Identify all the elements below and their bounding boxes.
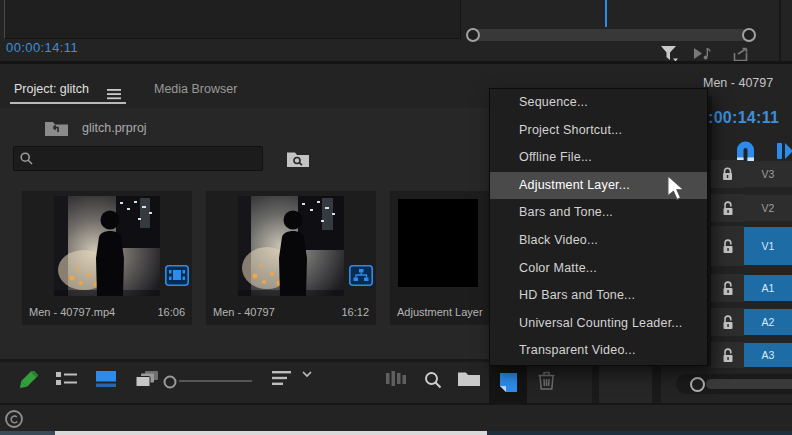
- lock-open-icon[interactable]: [711, 194, 744, 222]
- track-row-v1: V1: [711, 226, 792, 266]
- menu-item-project-shortcut[interactable]: Project Shortcut...: [490, 117, 707, 145]
- freeform-view-icon[interactable]: [136, 371, 160, 388]
- adjustment-layer-thumbnail: [398, 199, 478, 287]
- search-icon: [20, 152, 33, 165]
- bottom-scrollbar-right: [487, 431, 792, 435]
- menu-item-universal-counting-leader[interactable]: Universal Counting Leader...: [490, 310, 707, 338]
- timeline-tab[interactable]: Men - 40797: [703, 76, 773, 90]
- sequence-badge-icon: [349, 265, 373, 290]
- menu-item-hd-bars-and-tone[interactable]: HD Bars and Tone...: [490, 282, 707, 310]
- project-writable-icon[interactable]: [16, 371, 38, 392]
- monitor-timecode[interactable]: 00:00:14:11: [6, 40, 78, 55]
- clip-thumbnail: [54, 196, 160, 296]
- menu-item-black-video[interactable]: Black Video...: [490, 227, 707, 255]
- playhead-line[interactable]: [605, 0, 607, 27]
- project-item-sequence[interactable]: Men - 4079716:12: [206, 191, 376, 325]
- effect-controls-empty-area: [4, 0, 461, 39]
- track-target-a3[interactable]: A3: [744, 343, 792, 367]
- new-item-menu: Sequence... Project Shortcut... Offline …: [489, 88, 708, 366]
- search-input[interactable]: [39, 151, 256, 167]
- search-box[interactable]: [13, 146, 263, 171]
- bottom-scrollbar-thumb[interactable]: [55, 431, 487, 435]
- list-view-icon[interactable]: [56, 371, 77, 387]
- zoom-scrollbar-track[interactable]: [472, 29, 748, 41]
- item-name: Men - 40797.mp4: [29, 306, 115, 318]
- horizontal-panel-divider: [0, 61, 792, 64]
- zoom-slider-knob[interactable]: [163, 375, 177, 393]
- breadcrumb[interactable]: glitch.prproj: [82, 121, 147, 135]
- find-bin-icon[interactable]: [283, 147, 313, 170]
- track-target-v3[interactable]: V3: [744, 161, 792, 187]
- menu-item-color-matte[interactable]: Color Matte...: [490, 255, 707, 283]
- track-row-a2: A2: [711, 308, 792, 336]
- chevron-down-icon[interactable]: [302, 371, 312, 378]
- new-item-button[interactable]: [489, 362, 527, 403]
- sequence-thumbnail: [238, 196, 344, 296]
- find-icon[interactable]: [424, 371, 442, 389]
- tab-project[interactable]: Project: glitch: [14, 82, 89, 96]
- mouse-cursor: [666, 175, 690, 205]
- clip-badge-icon: [165, 265, 189, 290]
- lock-open-icon[interactable]: [711, 342, 744, 368]
- lock-open-icon[interactable]: [711, 226, 744, 266]
- lock-closed-icon[interactable]: [711, 160, 744, 188]
- bottom-scrollbar-left: [0, 431, 55, 435]
- item-name: Men - 40797: [213, 306, 275, 318]
- panel-divider: [779, 0, 781, 61]
- new-bin-icon[interactable]: [458, 371, 480, 386]
- lock-open-icon[interactable]: [711, 308, 744, 336]
- active-tab-underline: [10, 102, 126, 104]
- item-duration: 16:06: [157, 306, 185, 318]
- track-target-a1[interactable]: A1: [744, 275, 792, 301]
- project-item-clip[interactable]: Men - 40797.mp416:06: [22, 191, 192, 325]
- menu-item-transparent-video[interactable]: Transparent Video...: [490, 337, 707, 365]
- timeline-hscrollbar-handle[interactable]: [690, 377, 705, 392]
- zoom-scrollbar-left-handle[interactable]: [466, 28, 480, 42]
- timeline-hscrollbar-bar[interactable]: [706, 379, 792, 389]
- menu-item-sequence[interactable]: Sequence...: [490, 89, 707, 117]
- track-row-v3: V3: [711, 160, 792, 188]
- timeline-bottom-left-area: [599, 366, 652, 403]
- track-target-v2[interactable]: V2: [744, 195, 792, 221]
- item-name: Adjustment Layer: [397, 306, 483, 318]
- status-bar: [0, 403, 792, 431]
- panel-divider: [652, 360, 661, 403]
- icon-view-icon[interactable]: [96, 371, 116, 387]
- panel-divider: [592, 360, 599, 403]
- track-row-v2: V2: [711, 194, 792, 222]
- tab-media-browser[interactable]: Media Browser: [154, 82, 237, 96]
- track-row-a3: A3: [711, 342, 792, 368]
- premiere-pro-window: 00:00:14:11 Project: glitch Media Browse…: [0, 0, 792, 435]
- creative-cloud-icon[interactable]: [4, 409, 24, 433]
- track-target-a2[interactable]: A2: [744, 309, 792, 335]
- zoom-scrollbar-right-handle[interactable]: [742, 28, 756, 42]
- automate-to-sequence-icon[interactable]: [386, 371, 406, 386]
- menu-item-offline-file[interactable]: Offline File...: [490, 144, 707, 172]
- sort-icon[interactable]: [272, 371, 292, 386]
- track-target-v1[interactable]: V1: [744, 227, 792, 265]
- folder-up-icon[interactable]: [44, 119, 69, 141]
- timeline-timecode[interactable]: :00:14:11: [708, 109, 779, 127]
- delete-icon[interactable]: [538, 371, 555, 390]
- zoom-slider-track[interactable]: [179, 380, 252, 382]
- item-duration: 16:12: [341, 306, 369, 318]
- lock-open-icon[interactable]: [711, 274, 744, 302]
- track-row-a1: A1: [711, 274, 792, 302]
